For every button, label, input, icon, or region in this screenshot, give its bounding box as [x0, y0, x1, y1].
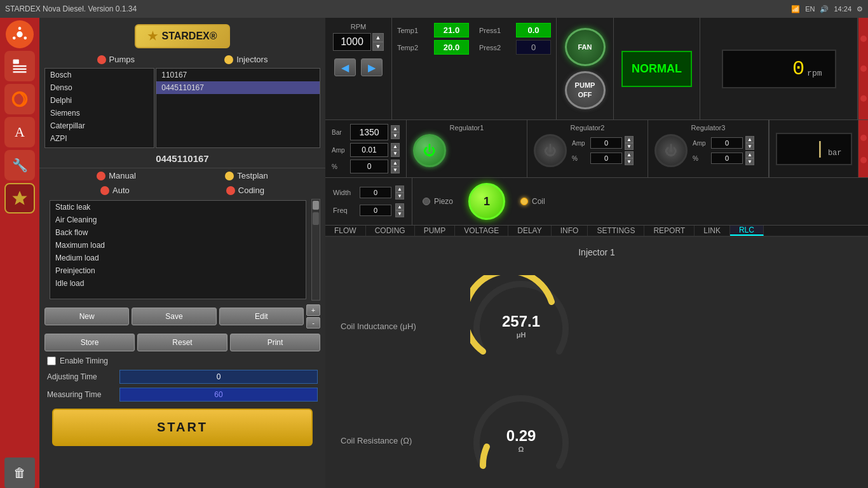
tab-info[interactable]: INFO — [552, 226, 588, 236]
save-button[interactable]: Save — [132, 308, 216, 325]
store-button-left[interactable]: Store — [44, 334, 135, 351]
testplan-item-air-cleaning[interactable]: Air Cleaning — [50, 214, 306, 226]
freq-input[interactable] — [360, 205, 391, 216]
mfr-item-bosch[interactable]: Bosch — [45, 69, 154, 81]
edit-button[interactable]: Edit — [219, 308, 304, 325]
radio-pumps[interactable]: Pumps — [97, 55, 135, 64]
width-up-btn[interactable]: ▲ — [395, 186, 404, 193]
rpm-input[interactable] — [333, 33, 371, 51]
amp-down-btn-1[interactable]: ▼ — [391, 150, 400, 157]
taskbar-files[interactable] — [4, 51, 35, 81]
bar-up-btn[interactable]: ▲ — [391, 125, 400, 132]
manufacturer-list[interactable]: Bosch Denso Delphi Siemens Caterpillar A… — [44, 68, 154, 148]
reset-button[interactable]: Reset — [137, 334, 227, 351]
reg2-pct-up[interactable]: ▲ — [625, 151, 634, 158]
reg3-pct-up[interactable]: ▲ — [745, 151, 754, 158]
radio-testplan[interactable]: Testplan — [225, 171, 268, 180]
reg3-pct-down[interactable]: ▼ — [745, 158, 754, 165]
mfr-item-caterpillar[interactable]: Caterpillar — [45, 119, 154, 132]
taskbar-font[interactable]: A — [4, 117, 35, 147]
taskbar-trash[interactable]: 🗑 — [4, 458, 35, 488]
normal-section: NORMAL — [614, 18, 700, 119]
tab-pump[interactable]: PUMP — [415, 226, 456, 236]
pump-button[interactable]: PUMP OFF — [565, 71, 606, 109]
reg2-pct-down[interactable]: ▼ — [625, 158, 634, 165]
reg3-pct-input[interactable] — [711, 152, 743, 164]
tab-coding[interactable]: CODING — [366, 226, 415, 236]
taskbar-firefox[interactable] — [4, 84, 35, 114]
reg2-pct-input[interactable] — [590, 152, 622, 164]
width-stepper: ▲ ▼ — [395, 186, 404, 200]
mfr-item-delphi[interactable]: Delphi — [45, 94, 154, 107]
plus-button[interactable]: + — [306, 304, 320, 316]
reg2-knob[interactable]: ⏻ — [534, 134, 567, 167]
svg-point-4 — [24, 37, 27, 40]
radio-coding[interactable]: Coding — [226, 186, 264, 195]
reg3-knob[interactable]: ⏻ — [654, 134, 688, 167]
press1-value: 0.0 — [516, 23, 551, 37]
part-number-list[interactable]: 110167 0445110167 — [156, 68, 320, 148]
testplan-item-back-flow[interactable]: Back flow — [50, 226, 306, 239]
width-input[interactable] — [360, 187, 391, 198]
fwd-arrow-btn[interactable]: ▶ — [361, 58, 383, 76]
bar-down-btn[interactable]: ▼ — [391, 132, 400, 139]
radio-manual[interactable]: Manual — [97, 171, 136, 180]
bar-input[interactable] — [350, 124, 388, 140]
tab-settings[interactable]: SETTINGS — [588, 226, 644, 236]
amp-input-1[interactable] — [350, 143, 388, 157]
print-button[interactable]: Print — [230, 334, 320, 351]
pct-down-btn-1[interactable]: ▼ — [391, 166, 400, 173]
part-item-110167[interactable]: 110167 — [156, 69, 320, 81]
testplan-item-preinjection[interactable]: Preinjection — [50, 264, 306, 277]
back-arrow-btn[interactable]: ◀ — [334, 58, 356, 76]
tab-delay[interactable]: DELAY — [508, 226, 551, 236]
testplan-item-med-load[interactable]: Medium load — [50, 252, 306, 264]
mfr-item-azpi[interactable]: AZPI — [45, 132, 154, 145]
tab-rlc[interactable]: RLC — [730, 226, 764, 236]
mfr-item-denso[interactable]: Denso — [45, 81, 154, 94]
freq-down-btn[interactable]: ▼ — [395, 210, 404, 217]
fan-button[interactable]: FAN — [565, 28, 606, 66]
testplan-list[interactable]: Static leak Air Cleaning Back flow Maxim… — [50, 200, 306, 299]
reg3-amp-input[interactable] — [711, 137, 743, 149]
tab-flow[interactable]: FLOW — [325, 226, 366, 236]
width-down-btn[interactable]: ▼ — [395, 193, 404, 200]
reg2-amp-input[interactable] — [590, 137, 622, 149]
testplan-item-static-leak[interactable]: Static leak — [50, 201, 306, 214]
measuring-input[interactable] — [119, 388, 318, 402]
radio-auto[interactable]: Auto — [100, 186, 130, 195]
tab-link[interactable]: LINK — [695, 226, 730, 236]
reg2-amp-down[interactable]: ▼ — [625, 143, 634, 150]
regulator2-section: Regulator2 ⏻ Amp ▲ ▼ — [527, 120, 648, 177]
new-button[interactable]: New — [44, 308, 129, 325]
mfr-item-siemens[interactable]: Siemens — [45, 107, 154, 119]
testplan-item-max-load[interactable]: Maximum load — [50, 239, 306, 252]
freq-up-btn[interactable]: ▲ — [395, 203, 404, 210]
rpm-down-btn[interactable]: ▼ — [372, 42, 384, 51]
enable-timing-checkbox[interactable] — [47, 356, 56, 365]
rpm-up-btn[interactable]: ▲ — [372, 33, 384, 42]
part-item-0445110167[interactable]: 0445110167 — [156, 81, 320, 94]
tab-report[interactable]: REPORT — [644, 226, 695, 236]
tab-voltage[interactable]: VOLTAGE — [455, 226, 508, 236]
reg2-amp-up[interactable]: ▲ — [625, 136, 634, 143]
temp1-label: Temp1 — [397, 27, 429, 34]
minus-button[interactable]: - — [306, 317, 320, 329]
amp-up-btn-1[interactable]: ▲ — [391, 143, 400, 150]
taskbar-stardex[interactable] — [4, 183, 35, 214]
start-button[interactable]: START — [52, 409, 313, 446]
bar-stepper: ▲ ▼ — [391, 125, 400, 139]
reg1-knob[interactable]: ⏻ — [413, 134, 446, 167]
adjusting-input[interactable] — [119, 370, 318, 384]
taskbar-ubuntu[interactable] — [6, 20, 34, 48]
reg3-amp-up[interactable]: ▲ — [745, 136, 754, 143]
pct-input-1[interactable] — [350, 159, 388, 173]
pct-up-btn-1[interactable]: ▲ — [391, 159, 400, 166]
taskbar-tools[interactable]: 🔧 — [4, 150, 35, 180]
reg3-amp-label: Amp — [693, 140, 709, 147]
testplan-item-idle[interactable]: Idle load — [50, 277, 306, 290]
radio-injectors[interactable]: Injectors — [224, 55, 268, 64]
reg3-amp-down[interactable]: ▼ — [745, 143, 754, 150]
green-circle-button[interactable]: 1 — [468, 183, 505, 220]
testplan-scrollbar[interactable] — [311, 199, 320, 301]
